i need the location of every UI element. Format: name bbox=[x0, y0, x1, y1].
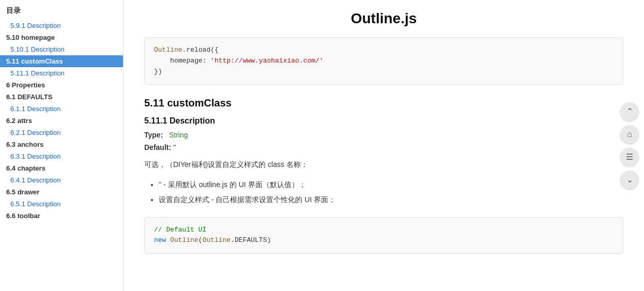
sidebar: 目录 5.9.1 Description5.10 homepage5.10.1 … bbox=[0, 0, 124, 291]
sidebar-item-64-chapters[interactable]: 6.4 chapters bbox=[0, 162, 123, 174]
toc-button[interactable]: ☰ bbox=[620, 148, 639, 166]
default-row: Default: '' bbox=[144, 143, 623, 151]
scroll-up-button[interactable]: ⌃ bbox=[620, 102, 639, 121]
sidebar-item-621-desc[interactable]: 6.2.1 Description bbox=[0, 127, 123, 139]
default-value: '' bbox=[173, 143, 176, 151]
home-button[interactable]: ⌂ bbox=[620, 125, 639, 144]
sidebar-item-631-desc[interactable]: 6.3.1 Description bbox=[0, 150, 123, 162]
sidebar-item-65-drawer[interactable]: 6.5 drawer bbox=[0, 186, 123, 198]
description-text: 可选，（DIYer福利)设置自定义样式的 class 名称： bbox=[144, 159, 623, 171]
sidebar-item-511-customclass[interactable]: 5.11 customClass bbox=[0, 55, 123, 67]
sidebar-item-5101-desc[interactable]: 5.10.1 Description bbox=[0, 43, 123, 55]
right-buttons: ⌃ ⌂ ☰ ⌄ bbox=[620, 102, 639, 189]
sidebar-item-510-homepage[interactable]: 5.10 homepage bbox=[0, 32, 123, 43]
sidebar-item-5111-desc[interactable]: 5.11.1 Description bbox=[0, 67, 123, 79]
sidebar-item-66-toolbar[interactable]: 6.6 toolbar bbox=[0, 210, 123, 222]
sidebar-item-61-defaults[interactable]: 6.1 DEFAULTS bbox=[0, 91, 123, 103]
sidebar-item-651-desc[interactable]: 6.5.1 Description bbox=[0, 198, 123, 210]
main-content: Outline.js Outline.reload({ homepage: 'h… bbox=[124, 0, 644, 291]
code-block-reload: Outline.reload({ homepage: 'http://www.y… bbox=[144, 37, 623, 85]
sidebar-item-6-properties[interactable]: 6 Properties bbox=[0, 79, 123, 91]
page-title: Outline.js bbox=[144, 10, 623, 27]
sidebar-item-63-anchors[interactable]: 6.3 anchors bbox=[0, 139, 123, 150]
type-row: Type: String bbox=[144, 131, 623, 139]
sidebar-item-611-desc[interactable]: 6.1.1 Description bbox=[0, 103, 123, 115]
sidebar-item-62-attrs[interactable]: 6.2 attrs bbox=[0, 115, 123, 127]
default-label: Default: bbox=[144, 143, 171, 151]
bullet-list: '' - 采用默认 outline.js 的 UI 界面（默认值）； 设置自定义… bbox=[144, 178, 623, 206]
type-label: Type: bbox=[144, 131, 163, 139]
type-value: String bbox=[169, 131, 188, 139]
list-item: '' - 采用默认 outline.js 的 UI 界面（默认值）； bbox=[159, 178, 623, 191]
sidebar-item-591-desc[interactable]: 5.9.1 Description bbox=[0, 20, 123, 32]
section-511-heading: 5.11 customClass bbox=[144, 97, 623, 109]
code-block-default: // Default UI new Outline(Outline.DEFAUL… bbox=[144, 217, 623, 254]
sidebar-item-641-desc[interactable]: 6.4.1 Description bbox=[0, 174, 123, 186]
section-5111-heading: 5.11.1 Description bbox=[144, 116, 623, 126]
scroll-down-button[interactable]: ⌄ bbox=[620, 171, 639, 189]
list-item: 设置自定义样式 - 自己根据需求设置个性化的 UI 界面； bbox=[159, 193, 623, 206]
sidebar-title: 目录 bbox=[0, 4, 123, 20]
